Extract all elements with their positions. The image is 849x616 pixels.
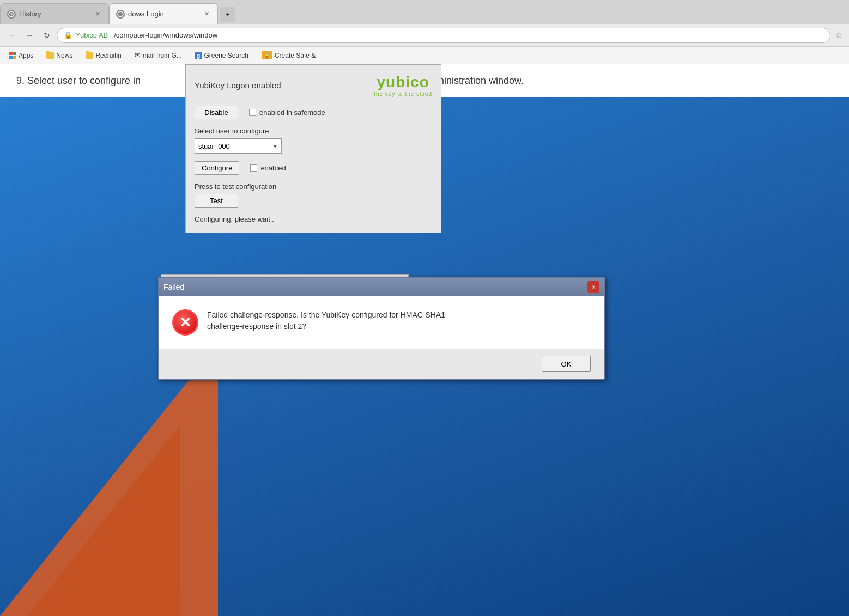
address-bar[interactable]: 🔒 Yubico AB [ /computer-login/windows/wi… (57, 28, 830, 43)
login-tab-icon (116, 10, 125, 19)
select-arrow-icon: ▼ (272, 143, 278, 149)
user-select[interactable]: stuar_000 ▼ (195, 138, 282, 154)
page-text-area: 9. Select user to configure in (0, 64, 185, 97)
history-tab-label: History (19, 10, 41, 18)
bookmarks-bar: Apps News Recruitin ✉ mail from G... g G… (0, 47, 849, 64)
safemode-checkbox-row: enabled in safemode (249, 108, 325, 117)
yubico-logo-tagline: the key to the cloud (374, 91, 432, 97)
test-button[interactable]: Test (195, 194, 238, 208)
failed-dialog: Failed × ✕ Failed challenge-response. Is… (158, 277, 605, 380)
back-button[interactable]: ← (4, 28, 20, 43)
refresh-button[interactable]: ↻ (39, 28, 54, 43)
login-tab-label: dows Login (128, 10, 164, 18)
failed-dialog-message: Failed challenge-response. Is the YubiKe… (207, 309, 445, 332)
ok-button[interactable]: OK (542, 356, 591, 372)
failed-dialog-close-button[interactable]: × (587, 281, 599, 293)
yubico-logo: yubico the key to the cloud (374, 74, 432, 97)
page-content: 9. Select user to configure in dministra… (0, 64, 849, 616)
bookmark-recruiting[interactable]: Recruitin (81, 51, 125, 60)
configure-row: Configure enabled (195, 161, 432, 175)
yubikey-panel-header: YubiKey Logon enabled yubico the key to … (195, 74, 432, 97)
failed-dialog-titlebar: Failed × (159, 278, 604, 296)
enabled-checkbox-row: enabled (250, 164, 286, 172)
browser-window: History ✕ dows Login ✕ + ← → ↻ 🔒 Yubico … (0, 0, 849, 616)
mail-icon: ✉ (135, 51, 141, 59)
tab-bar: History ✕ dows Login ✕ + (0, 0, 849, 24)
enabled-checkbox[interactable] (250, 164, 257, 172)
desktop-triangle2 (27, 425, 180, 616)
yubikey-panel-title: YubiKey Logon enabled (195, 81, 281, 90)
failed-dialog-footer: OK (159, 349, 604, 379)
bookmark-mail[interactable]: ✉ mail from G... (130, 50, 186, 60)
configure-button[interactable]: Configure (195, 161, 239, 175)
bookmark-greene[interactable]: g Greene Search (191, 51, 253, 60)
bookmark-star[interactable]: ☆ (833, 30, 845, 40)
tab-login[interactable]: dows Login ✕ (109, 3, 218, 24)
page-text-area2: dministration window. (420, 64, 849, 97)
safemode-checkbox[interactable] (249, 109, 256, 116)
news-folder-icon (46, 52, 54, 59)
tab-history[interactable]: History ✕ (0, 3, 109, 24)
history-tab-close[interactable]: ✕ (93, 10, 102, 19)
failed-dialog-body: ✕ Failed challenge-response. Is the Yubi… (159, 296, 604, 349)
yubikey-logon-panel: YubiKey Logon enabled yubico the key to … (185, 64, 441, 233)
safe-icon: 🔒 (262, 51, 272, 59)
failed-dialog-title: Failed (163, 283, 184, 291)
login-tab-close[interactable]: ✕ (202, 10, 211, 19)
disable-row: Disable enabled in safemode (195, 106, 432, 119)
user-select-container: stuar_000 ▼ (195, 138, 432, 154)
bookmark-news[interactable]: News (42, 51, 77, 60)
apps-grid-icon (9, 52, 16, 59)
history-tab-icon (7, 10, 16, 19)
test-btn-container: Test (195, 194, 432, 208)
toolbar: ← → ↻ 🔒 Yubico AB [ /computer-login/wind… (0, 24, 849, 47)
error-icon: ✕ (172, 309, 198, 336)
select-user-label: Select user to configure (195, 127, 432, 135)
new-tab-button[interactable]: + (220, 7, 235, 22)
forward-button[interactable]: → (22, 28, 37, 43)
test-label: Press to test configuration (195, 182, 432, 191)
bookmark-safe[interactable]: 🔒 Create Safe & (257, 50, 320, 60)
disable-button[interactable]: Disable (195, 106, 238, 119)
recruiting-folder-icon (86, 52, 93, 59)
yubico-logo-text: yubico (377, 74, 429, 91)
configuring-text: Configuring, please wait.. (195, 215, 274, 223)
lock-icon: 🔒 (64, 31, 72, 39)
address-text: Yubico AB [ /computer-login/windows/wind… (76, 31, 217, 39)
greene-icon: g (195, 52, 202, 59)
bookmark-apps[interactable]: Apps (4, 51, 38, 60)
svg-point-3 (118, 11, 123, 17)
